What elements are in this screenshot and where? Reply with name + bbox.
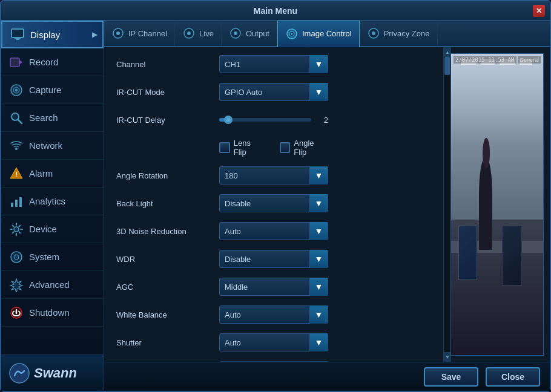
svg-point-7	[15, 89, 18, 91]
display-icon	[10, 27, 25, 42]
white-balance-dropdown[interactable]: Auto ▼	[219, 305, 328, 324]
svg-rect-1	[15, 38, 21, 39]
svg-point-18	[14, 255, 19, 260]
agc-dropdown-arrow[interactable]: ▼	[309, 278, 328, 296]
svg-point-24	[187, 31, 191, 35]
white-balance-row: White Balance Auto ▼	[116, 304, 431, 325]
sidebar-item-alarm[interactable]: ! Alarm	[1, 160, 104, 188]
sidebar-item-system[interactable]: System	[1, 243, 104, 271]
camera-monitor-1	[458, 226, 477, 280]
angle-rotation-row: Angle Rotation 180 ▼	[116, 165, 431, 186]
tab-label-output: Output	[246, 29, 269, 38]
ircut-delay-slider[interactable]: 2	[219, 116, 328, 125]
window-close-button[interactable]: ✕	[533, 5, 545, 17]
network-icon	[8, 138, 24, 154]
agc-value: Middle	[220, 283, 309, 292]
sidebar-label-network: Network	[29, 140, 62, 151]
ircut-mode-dropdown-arrow[interactable]: ▼	[309, 83, 328, 101]
wdr-dropdown[interactable]: Disable ▼	[219, 250, 328, 268]
sidebar-item-capture[interactable]: Capture	[1, 76, 104, 104]
defog-mode-dropdown-arrow[interactable]: ▼	[309, 361, 328, 362]
tab-image-control[interactable]: Image Control	[277, 21, 360, 47]
sidebar-label-device: Device	[29, 224, 57, 234]
tab-output[interactable]: Output	[222, 21, 277, 46]
lens-flip-box[interactable]	[219, 142, 230, 153]
camera-scene: 2/07/2015 11:53 AM General	[451, 54, 543, 355]
lens-flip-checkbox[interactable]: Lens Flip	[219, 139, 265, 157]
channel-dropdown[interactable]: CH1 ▼	[219, 55, 328, 73]
sidebar-item-shutdown[interactable]: Shutdown	[1, 299, 104, 327]
camera-person-body	[479, 159, 493, 249]
angle-flip-checkbox[interactable]: Angle Flip	[280, 139, 328, 157]
ircut-mode-value: GPIO Auto	[220, 88, 309, 97]
sidebar-item-display[interactable]: Display ▶	[1, 21, 104, 48]
wdr-value: Disable	[220, 255, 309, 264]
angle-flip-box[interactable]	[280, 142, 291, 153]
sidebar-item-network[interactable]: Network	[1, 132, 104, 160]
advanced-icon	[8, 277, 24, 293]
noise-reduction-dropdown-arrow[interactable]: ▼	[309, 222, 328, 240]
sidebar-item-search[interactable]: Search	[1, 104, 104, 132]
wdr-dropdown-arrow[interactable]: ▼	[309, 250, 328, 268]
angle-rotation-value: 180	[220, 171, 309, 180]
tab-privacy-zone[interactable]: Privacy Zone	[360, 21, 438, 46]
sidebar-item-advanced[interactable]: Advanced	[1, 271, 104, 299]
scroll-thumb[interactable]	[444, 57, 450, 75]
tab-label-live: Live	[199, 29, 214, 38]
channel-dropdown-arrow[interactable]: ▼	[309, 55, 328, 73]
back-light-dropdown-arrow[interactable]: ▼	[309, 194, 328, 212]
tab-ip-channel[interactable]: IP Channel	[104, 21, 175, 46]
system-icon	[8, 249, 24, 265]
sidebar-item-analytics[interactable]: Analytics	[1, 188, 104, 215]
ircut-mode-dropdown[interactable]: GPIO Auto ▼	[219, 83, 328, 101]
lens-flip-label: Lens Flip	[234, 139, 265, 157]
agc-dropdown[interactable]: Middle ▼	[219, 278, 328, 296]
sidebar-label-alarm: Alarm	[29, 168, 53, 178]
close-button[interactable]: Close	[486, 367, 540, 387]
tab-live[interactable]: Live	[175, 21, 222, 46]
back-light-label: Back Light	[116, 199, 219, 208]
angle-rotation-dropdown[interactable]: 180 ▼	[219, 166, 328, 185]
back-light-dropdown[interactable]: Disable ▼	[219, 194, 328, 212]
wdr-row: WDR Disable ▼	[116, 248, 431, 270]
flip-row: Lens Flip Angle Flip	[116, 137, 431, 158]
slider-track	[219, 118, 311, 122]
settings-form: Channel CH1 ▼ IR-CUT Mode GPIO Auto ▼	[104, 47, 443, 362]
shutter-dropdown-arrow[interactable]: ▼	[309, 333, 328, 351]
white-balance-dropdown-arrow[interactable]: ▼	[309, 305, 328, 324]
sidebar-label-search: Search	[29, 113, 58, 123]
noise-reduction-dropdown[interactable]: Auto ▼	[219, 222, 328, 240]
sidebar-item-device[interactable]: Device	[1, 215, 104, 243]
defog-mode-dropdown[interactable]: Auto ▼	[219, 361, 328, 362]
svg-point-26	[234, 31, 237, 35]
svg-rect-15	[19, 197, 22, 207]
shutter-dropdown[interactable]: Auto ▼	[219, 333, 328, 351]
angle-rotation-label: Angle Rotation	[116, 171, 219, 180]
camera-monitor-2	[502, 226, 522, 286]
agc-row: AGC Middle ▼	[116, 276, 431, 298]
main-panel: IP Channel Live	[104, 21, 550, 391]
scroll-track	[444, 57, 450, 352]
svg-point-31	[372, 31, 375, 35]
analytics-icon	[8, 194, 24, 209]
logo-text: Swann	[34, 365, 77, 381]
bottom-bar: Save Close	[104, 362, 550, 391]
settings-area: Channel CH1 ▼ IR-CUT Mode GPIO Auto ▼	[104, 47, 550, 362]
tab-bar: IP Channel Live	[104, 21, 550, 47]
sidebar-item-record[interactable]: Record	[1, 48, 104, 76]
title-bar: Main Menu ✕	[1, 1, 550, 21]
white-balance-label: White Balance	[116, 310, 219, 319]
save-button[interactable]: Save	[424, 367, 478, 387]
content-area: Display ▶ Record	[1, 21, 550, 391]
scrollbar[interactable]: ▲ ▼	[443, 47, 450, 362]
sidebar: Display ▶ Record	[1, 21, 104, 391]
noise-reduction-row: 3D Noise Reduction Auto ▼	[116, 220, 431, 242]
privacy-zone-icon	[367, 27, 380, 40]
flip-checkboxes: Lens Flip Angle Flip	[219, 139, 328, 157]
sidebar-label-system: System	[29, 252, 59, 262]
slider-thumb[interactable]	[224, 116, 233, 124]
channel-label: Channel	[116, 60, 219, 69]
noise-reduction-value: Auto	[220, 227, 309, 236]
device-icon	[8, 221, 24, 237]
angle-rotation-dropdown-arrow[interactable]: ▼	[309, 166, 328, 185]
